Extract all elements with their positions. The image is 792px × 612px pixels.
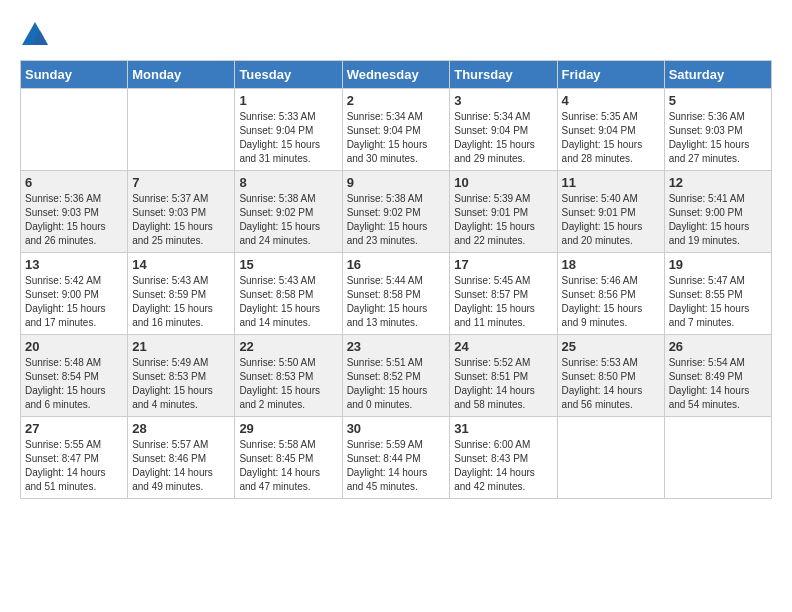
- calendar-cell: 15Sunrise: 5:43 AM Sunset: 8:58 PM Dayli…: [235, 253, 342, 335]
- day-number: 1: [239, 93, 337, 108]
- calendar-cell: [557, 417, 664, 499]
- week-row-5: 27Sunrise: 5:55 AM Sunset: 8:47 PM Dayli…: [21, 417, 772, 499]
- day-number: 12: [669, 175, 767, 190]
- day-info: Sunrise: 5:57 AM Sunset: 8:46 PM Dayligh…: [132, 438, 230, 494]
- calendar-cell: 27Sunrise: 5:55 AM Sunset: 8:47 PM Dayli…: [21, 417, 128, 499]
- calendar-cell: 20Sunrise: 5:48 AM Sunset: 8:54 PM Dayli…: [21, 335, 128, 417]
- day-info: Sunrise: 5:36 AM Sunset: 9:03 PM Dayligh…: [669, 110, 767, 166]
- calendar-cell: 11Sunrise: 5:40 AM Sunset: 9:01 PM Dayli…: [557, 171, 664, 253]
- day-number: 30: [347, 421, 446, 436]
- day-number: 23: [347, 339, 446, 354]
- day-info: Sunrise: 5:53 AM Sunset: 8:50 PM Dayligh…: [562, 356, 660, 412]
- day-number: 10: [454, 175, 552, 190]
- day-number: 5: [669, 93, 767, 108]
- week-row-2: 6Sunrise: 5:36 AM Sunset: 9:03 PM Daylig…: [21, 171, 772, 253]
- calendar-cell: 8Sunrise: 5:38 AM Sunset: 9:02 PM Daylig…: [235, 171, 342, 253]
- day-info: Sunrise: 5:43 AM Sunset: 8:58 PM Dayligh…: [239, 274, 337, 330]
- header-day-saturday: Saturday: [664, 61, 771, 89]
- header-day-wednesday: Wednesday: [342, 61, 450, 89]
- calendar-cell: 17Sunrise: 5:45 AM Sunset: 8:57 PM Dayli…: [450, 253, 557, 335]
- calendar-cell: 16Sunrise: 5:44 AM Sunset: 8:58 PM Dayli…: [342, 253, 450, 335]
- day-info: Sunrise: 5:39 AM Sunset: 9:01 PM Dayligh…: [454, 192, 552, 248]
- day-number: 18: [562, 257, 660, 272]
- day-number: 4: [562, 93, 660, 108]
- day-info: Sunrise: 5:34 AM Sunset: 9:04 PM Dayligh…: [454, 110, 552, 166]
- day-info: Sunrise: 5:49 AM Sunset: 8:53 PM Dayligh…: [132, 356, 230, 412]
- calendar-cell: 4Sunrise: 5:35 AM Sunset: 9:04 PM Daylig…: [557, 89, 664, 171]
- calendar-table: SundayMondayTuesdayWednesdayThursdayFrid…: [20, 60, 772, 499]
- day-number: 20: [25, 339, 123, 354]
- day-number: 29: [239, 421, 337, 436]
- day-number: 17: [454, 257, 552, 272]
- calendar-cell: 26Sunrise: 5:54 AM Sunset: 8:49 PM Dayli…: [664, 335, 771, 417]
- day-info: Sunrise: 5:34 AM Sunset: 9:04 PM Dayligh…: [347, 110, 446, 166]
- calendar-cell: 14Sunrise: 5:43 AM Sunset: 8:59 PM Dayli…: [128, 253, 235, 335]
- header-day-thursday: Thursday: [450, 61, 557, 89]
- day-number: 6: [25, 175, 123, 190]
- day-info: Sunrise: 5:44 AM Sunset: 8:58 PM Dayligh…: [347, 274, 446, 330]
- day-number: 31: [454, 421, 552, 436]
- day-info: Sunrise: 5:38 AM Sunset: 9:02 PM Dayligh…: [239, 192, 337, 248]
- header-row: SundayMondayTuesdayWednesdayThursdayFrid…: [21, 61, 772, 89]
- calendar-cell: 25Sunrise: 5:53 AM Sunset: 8:50 PM Dayli…: [557, 335, 664, 417]
- day-number: 15: [239, 257, 337, 272]
- day-info: Sunrise: 5:59 AM Sunset: 8:44 PM Dayligh…: [347, 438, 446, 494]
- calendar-cell: [21, 89, 128, 171]
- day-info: Sunrise: 5:35 AM Sunset: 9:04 PM Dayligh…: [562, 110, 660, 166]
- day-number: 16: [347, 257, 446, 272]
- day-number: 25: [562, 339, 660, 354]
- day-info: Sunrise: 5:52 AM Sunset: 8:51 PM Dayligh…: [454, 356, 552, 412]
- day-number: 22: [239, 339, 337, 354]
- calendar-cell: 18Sunrise: 5:46 AM Sunset: 8:56 PM Dayli…: [557, 253, 664, 335]
- calendar-cell: 1Sunrise: 5:33 AM Sunset: 9:04 PM Daylig…: [235, 89, 342, 171]
- calendar-cell: 9Sunrise: 5:38 AM Sunset: 9:02 PM Daylig…: [342, 171, 450, 253]
- day-number: 24: [454, 339, 552, 354]
- calendar-cell: 10Sunrise: 5:39 AM Sunset: 9:01 PM Dayli…: [450, 171, 557, 253]
- day-number: 19: [669, 257, 767, 272]
- calendar-cell: 13Sunrise: 5:42 AM Sunset: 9:00 PM Dayli…: [21, 253, 128, 335]
- day-number: 8: [239, 175, 337, 190]
- calendar-cell: 23Sunrise: 5:51 AM Sunset: 8:52 PM Dayli…: [342, 335, 450, 417]
- calendar-cell: 19Sunrise: 5:47 AM Sunset: 8:55 PM Dayli…: [664, 253, 771, 335]
- day-number: 9: [347, 175, 446, 190]
- day-info: Sunrise: 5:51 AM Sunset: 8:52 PM Dayligh…: [347, 356, 446, 412]
- day-info: Sunrise: 5:47 AM Sunset: 8:55 PM Dayligh…: [669, 274, 767, 330]
- calendar-cell: [664, 417, 771, 499]
- calendar-cell: 28Sunrise: 5:57 AM Sunset: 8:46 PM Dayli…: [128, 417, 235, 499]
- header-day-friday: Friday: [557, 61, 664, 89]
- page-header: [20, 20, 772, 50]
- day-info: Sunrise: 5:58 AM Sunset: 8:45 PM Dayligh…: [239, 438, 337, 494]
- calendar-cell: 31Sunrise: 6:00 AM Sunset: 8:43 PM Dayli…: [450, 417, 557, 499]
- calendar-cell: 7Sunrise: 5:37 AM Sunset: 9:03 PM Daylig…: [128, 171, 235, 253]
- day-info: Sunrise: 5:38 AM Sunset: 9:02 PM Dayligh…: [347, 192, 446, 248]
- day-info: Sunrise: 5:36 AM Sunset: 9:03 PM Dayligh…: [25, 192, 123, 248]
- header-day-monday: Monday: [128, 61, 235, 89]
- day-number: 7: [132, 175, 230, 190]
- day-info: Sunrise: 5:50 AM Sunset: 8:53 PM Dayligh…: [239, 356, 337, 412]
- week-row-4: 20Sunrise: 5:48 AM Sunset: 8:54 PM Dayli…: [21, 335, 772, 417]
- calendar-cell: 6Sunrise: 5:36 AM Sunset: 9:03 PM Daylig…: [21, 171, 128, 253]
- day-info: Sunrise: 5:55 AM Sunset: 8:47 PM Dayligh…: [25, 438, 123, 494]
- logo-icon: [20, 20, 50, 50]
- day-info: Sunrise: 5:48 AM Sunset: 8:54 PM Dayligh…: [25, 356, 123, 412]
- header-day-tuesday: Tuesday: [235, 61, 342, 89]
- calendar-cell: 3Sunrise: 5:34 AM Sunset: 9:04 PM Daylig…: [450, 89, 557, 171]
- week-row-3: 13Sunrise: 5:42 AM Sunset: 9:00 PM Dayli…: [21, 253, 772, 335]
- calendar-cell: 12Sunrise: 5:41 AM Sunset: 9:00 PM Dayli…: [664, 171, 771, 253]
- day-number: 27: [25, 421, 123, 436]
- calendar-header: SundayMondayTuesdayWednesdayThursdayFrid…: [21, 61, 772, 89]
- day-info: Sunrise: 5:40 AM Sunset: 9:01 PM Dayligh…: [562, 192, 660, 248]
- day-info: Sunrise: 5:43 AM Sunset: 8:59 PM Dayligh…: [132, 274, 230, 330]
- day-info: Sunrise: 5:37 AM Sunset: 9:03 PM Dayligh…: [132, 192, 230, 248]
- day-number: 11: [562, 175, 660, 190]
- day-number: 28: [132, 421, 230, 436]
- header-day-sunday: Sunday: [21, 61, 128, 89]
- calendar-cell: 22Sunrise: 5:50 AM Sunset: 8:53 PM Dayli…: [235, 335, 342, 417]
- day-info: Sunrise: 5:46 AM Sunset: 8:56 PM Dayligh…: [562, 274, 660, 330]
- day-number: 14: [132, 257, 230, 272]
- logo: [20, 20, 54, 50]
- calendar-cell: 2Sunrise: 5:34 AM Sunset: 9:04 PM Daylig…: [342, 89, 450, 171]
- day-number: 13: [25, 257, 123, 272]
- day-info: Sunrise: 6:00 AM Sunset: 8:43 PM Dayligh…: [454, 438, 552, 494]
- week-row-1: 1Sunrise: 5:33 AM Sunset: 9:04 PM Daylig…: [21, 89, 772, 171]
